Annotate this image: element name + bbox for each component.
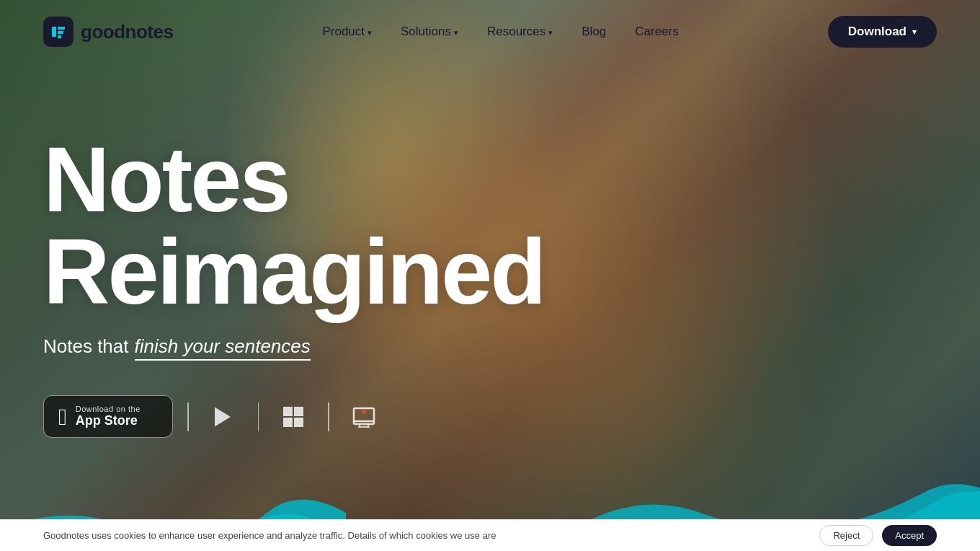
svg-rect-2 <box>294 407 303 416</box>
app-store-button[interactable]:  Download on the App Store <box>43 395 173 438</box>
cookie-banner: Goodnotes uses cookies to enhance user e… <box>0 519 980 551</box>
hero-section: Notes Reimagined Notes that finish your … <box>0 0 980 551</box>
download-button[interactable]: Download ▾ <box>828 16 937 48</box>
apple-icon:  <box>58 405 67 428</box>
cookie-accept-button[interactable]: Accept <box>882 525 937 546</box>
nav-product[interactable]: Product ▾ <box>311 19 383 45</box>
solutions-chevron-icon: ▾ <box>454 28 458 38</box>
google-play-icon <box>210 404 236 430</box>
windows-icon <box>280 404 306 430</box>
svg-rect-4 <box>294 418 303 427</box>
hero-title-notes: Notes <box>43 133 980 226</box>
platform-separator-3 <box>328 402 329 431</box>
hero-ctas:  Download on the App Store <box>43 395 980 438</box>
hero-content: Notes Reimagined Notes that finish your … <box>43 63 980 551</box>
logo-link[interactable]: goodnotes <box>43 17 173 47</box>
windows-button[interactable] <box>273 397 313 437</box>
logo-text: goodnotes <box>81 21 173 43</box>
svg-rect-1 <box>283 407 293 416</box>
google-play-button[interactable] <box>203 397 244 437</box>
web-app-button[interactable] <box>344 397 384 437</box>
svg-point-6 <box>362 410 366 414</box>
download-chevron-icon: ▾ <box>912 27 917 37</box>
product-chevron-icon: ▾ <box>368 28 372 38</box>
web-app-icon <box>351 404 377 430</box>
cookie-reject-button[interactable]: Reject <box>819 525 873 546</box>
nav-careers[interactable]: Careers <box>623 19 690 45</box>
nav-blog[interactable]: Blog <box>570 19 618 45</box>
hero-title-reimagined: Reimagined <box>43 226 980 318</box>
nav-resources[interactable]: Resources ▾ <box>476 19 564 45</box>
platform-separator-2 <box>258 402 259 431</box>
platform-separator <box>187 402 189 431</box>
nav-links: Product ▾ Solutions ▾ Resources ▾ Blog C… <box>311 19 690 45</box>
app-store-text: Download on the App Store <box>76 405 141 428</box>
logo-icon <box>43 17 74 47</box>
nav-solutions[interactable]: Solutions ▾ <box>389 19 470 45</box>
resources-chevron-icon: ▾ <box>548 28 553 38</box>
cookie-text: Goodnotes uses cookies to enhance user e… <box>43 530 496 541</box>
svg-rect-3 <box>283 418 293 427</box>
hero-subtitle: Notes that finish your sentences <box>43 335 980 361</box>
cookie-buttons: Reject Accept <box>819 525 937 546</box>
main-nav: goodnotes Product ▾ Solutions ▾ Resource… <box>0 0 980 63</box>
